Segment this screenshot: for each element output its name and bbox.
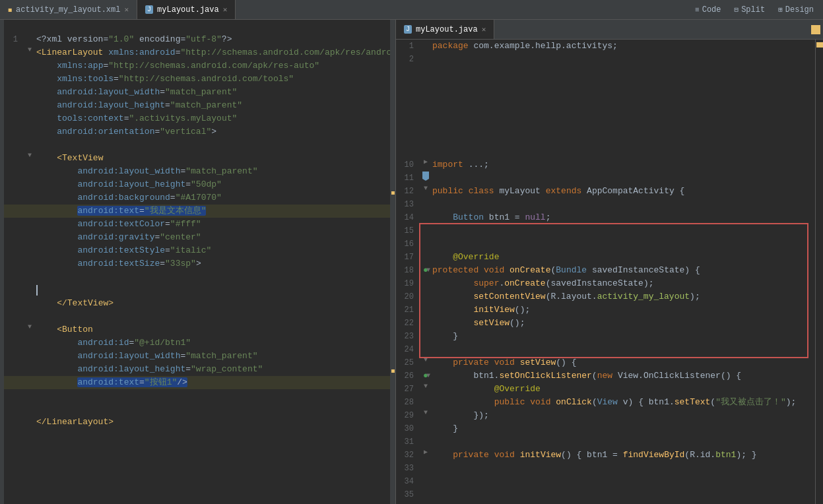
- java-icon-left: J: [145, 5, 153, 14]
- java-lgut-12: ▼: [419, 185, 432, 193]
- line-content-24: android:id="@+id/btn1": [36, 336, 395, 350]
- tab-java-right[interactable]: J myLayout.java ✕: [396, 20, 494, 39]
- code-view-button[interactable]: ≡ Code: [691, 4, 725, 16]
- line-gutter-10: ▼: [23, 152, 36, 160]
- line-content-2: <LinearLayout xmlns:android="http://sche…: [36, 46, 395, 59]
- java-lcon-6: [432, 106, 823, 119]
- java-line-22: 22 setView();: [396, 317, 823, 330]
- java-lcon-28: public void onClick(View v) { btn1.setTe…: [432, 396, 823, 409]
- java-line-26: 26 ● ▼ btn1.setOnClickListener(new View.…: [396, 369, 823, 383]
- code-icon: ≡: [695, 6, 700, 14]
- line-content-28: [36, 389, 395, 402]
- line-content-4: xmlns:tools="http://schemas.android.com/…: [36, 73, 395, 86]
- fold-override[interactable]: ▼: [422, 383, 430, 391]
- java-lcon-1: package com.example.hellp.activitys;: [432, 40, 823, 53]
- java-lnum-12: 12: [396, 185, 419, 198]
- java-lcon-24: [432, 343, 823, 356]
- warning-indicator: [811, 25, 820, 34]
- xml-line-blank4: [0, 389, 395, 402]
- java-lnum-16: 16: [396, 237, 419, 251]
- fold-oncreate[interactable]: ▼: [424, 267, 432, 274]
- line-content-10: <TextView: [36, 152, 395, 165]
- java-lgut-10: ▶: [419, 158, 432, 166]
- java-lnum-30: 30: [396, 422, 419, 435]
- java-line-21: 21 initView();: [396, 303, 823, 317]
- xml-line-tv-size: android:textSize="33sp">: [0, 257, 395, 270]
- fold-setview[interactable]: ▼: [422, 356, 430, 364]
- bookmark-icon: [422, 172, 430, 181]
- main-layout: 1 <?xml version="1.0" encoding="utf-8"?>…: [0, 20, 823, 504]
- java-lcon-7: [432, 119, 823, 132]
- java-line-20: 20 setContentView(R.layout.activity_my_l…: [396, 290, 823, 303]
- java-line-30: 30 }: [396, 422, 823, 435]
- java-lcon-3: [432, 66, 823, 79]
- java-lnum-17: 17: [396, 251, 419, 264]
- java-code-area[interactable]: 1 package com.example.hellp.activitys; 2: [396, 40, 823, 504]
- scroll-yellow-top: [816, 42, 823, 47]
- java-lcon-2: [432, 53, 823, 66]
- java-line-7: [396, 119, 823, 132]
- right-scroll-strip: [815, 40, 823, 504]
- java-line-19: 19 super.onCreate(savedInstanceState);: [396, 277, 823, 290]
- java-lnum-21: 21: [396, 303, 419, 317]
- java-line-16: 16: [396, 237, 823, 251]
- xml-line-tv-lw: android:layout_width="match_parent": [0, 165, 395, 178]
- tab-xml-close[interactable]: ✕: [124, 5, 129, 14]
- java-lcon-9: [432, 145, 823, 158]
- xml-line-blank-top: [0, 20, 395, 33]
- java-line-18: 18 ● ▼ protected void onCreate(Bundle sa…: [396, 264, 823, 277]
- java-lgut-29: ▼: [419, 409, 432, 417]
- line-content-14: android:text="我是文本信息": [36, 205, 395, 218]
- fold-listener[interactable]: ▼: [424, 372, 432, 380]
- split-view-button[interactable]: ⊟ Split: [731, 4, 770, 16]
- line-content-16: android:gravity="center": [36, 231, 395, 244]
- tab-java-right-close[interactable]: ✕: [482, 25, 486, 34]
- xml-line-ll-close: </LinearLayout>: [0, 416, 395, 429]
- design-label: Design: [785, 5, 814, 15]
- xml-line-tv-close: </TextView>: [0, 297, 395, 310]
- xml-line-blank2: [0, 270, 395, 284]
- fold-import[interactable]: ▶: [422, 158, 430, 166]
- xml-line-btn-id: android:id="@+id/btn1": [0, 336, 395, 350]
- xml-line-orient: android:orientation="vertical">: [0, 125, 395, 139]
- fold-29[interactable]: ▼: [422, 409, 430, 417]
- java-lcon-16: [432, 237, 823, 251]
- java-lgut-32: ▶: [419, 449, 432, 457]
- java-lcon-31: [432, 435, 823, 449]
- fold-initview[interactable]: ▶: [422, 449, 430, 457]
- xml-line-tv-text: android:text="我是文本信息": [0, 205, 395, 218]
- xml-line-linearl: ▼ <LinearLayout xmlns:android="http://sc…: [0, 46, 395, 59]
- split-icon: ⊟: [735, 5, 739, 14]
- xml-line-tv-lh: android:layout_height="50dp": [0, 178, 395, 191]
- java-line-27: 27 ▼ @Override: [396, 383, 823, 396]
- java-lnum-28: 28: [396, 396, 419, 409]
- line-content-23: <Button: [36, 323, 395, 336]
- xml-line-lh: android:layout_height="match_parent": [0, 99, 395, 112]
- java-lcon-10: import ...;: [432, 158, 823, 172]
- line-content-27: android:text="按钮1"/>: [36, 376, 395, 389]
- xml-line-xmlns-tools: xmlns:tools="http://schemas.android.com/…: [0, 73, 395, 86]
- java-lcon-13: [432, 198, 823, 211]
- java-lcon-36: [432, 501, 823, 504]
- java-lcon-4: [432, 79, 823, 92]
- java-lcon-11: [432, 172, 823, 185]
- design-view-button[interactable]: ⊞ Design: [774, 4, 818, 16]
- java-lcon-19: super.onCreate(savedInstanceState);: [432, 277, 823, 290]
- tab-java-left-close[interactable]: ✕: [223, 5, 228, 14]
- line-gutter-23: ▼: [23, 323, 36, 331]
- tab-java-left[interactable]: J myLayout.java ✕: [137, 0, 236, 19]
- java-line-24: 24: [396, 343, 823, 356]
- fold-linearl[interactable]: ▼: [26, 46, 34, 54]
- fold-button[interactable]: ▼: [26, 323, 34, 331]
- java-lnum-29: 29: [396, 409, 419, 422]
- xml-line-btn-text: android:text="按钮1"/>: [0, 376, 395, 389]
- xml-code-area[interactable]: 1 <?xml version="1.0" encoding="utf-8"?>…: [0, 20, 395, 504]
- java-line-29: 29 ▼ });: [396, 409, 823, 422]
- java-lcon-22: setView();: [432, 317, 823, 330]
- xml-line-ctx: tools:context=".activitys.myLayout": [0, 112, 395, 125]
- fold-textview[interactable]: ▼: [26, 152, 34, 160]
- java-lnum-13: 13: [396, 198, 419, 211]
- java-lnum-35: 35: [396, 488, 419, 501]
- fold-class[interactable]: ▼: [422, 185, 430, 193]
- tab-xml[interactable]: ◼ activity_my_layout.xml ✕: [0, 0, 137, 19]
